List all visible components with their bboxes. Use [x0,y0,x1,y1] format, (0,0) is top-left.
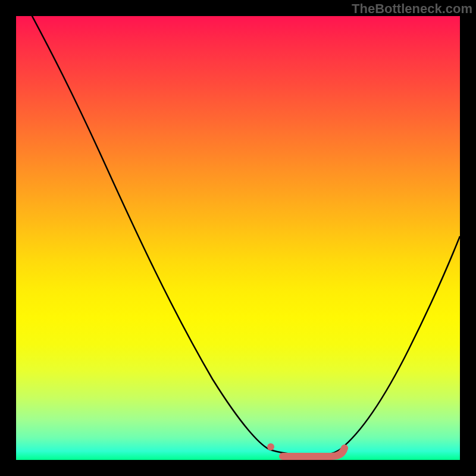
watermark-text: TheBottleneck.com [352,1,472,17]
bottleneck-curve-left [16,16,269,449]
chart-svg [16,16,460,460]
bottleneck-curve-right [340,236,460,449]
chart-plot-area [16,16,460,460]
optimal-dot [267,443,274,450]
